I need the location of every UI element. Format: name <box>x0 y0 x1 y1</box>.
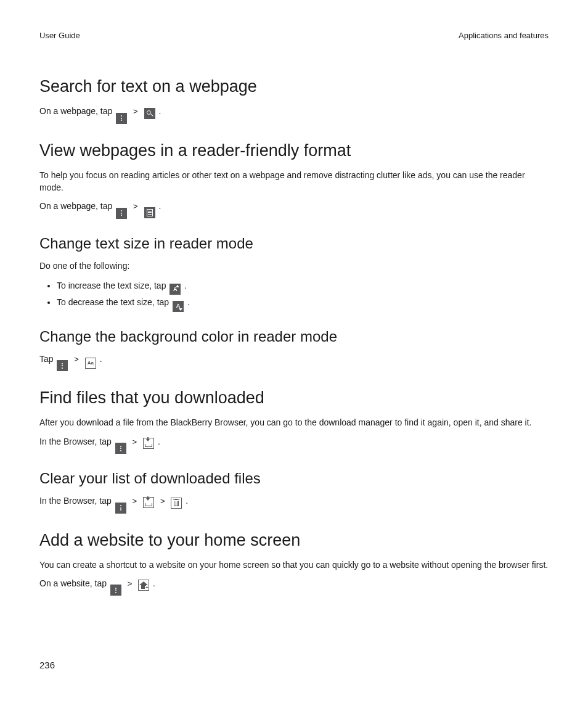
text: On a website, tap <box>39 578 107 588</box>
text: To increase the text size, tap <box>57 281 166 290</box>
page-header: User Guide Applications and features <box>39 31 549 40</box>
text: . <box>158 437 160 446</box>
instruction-add-home: On a website, tap > + . <box>39 577 549 596</box>
more-menu-icon <box>115 443 126 454</box>
text-size-decrease-icon: A <box>173 301 184 312</box>
text: In the Browser, tap <box>39 496 112 506</box>
more-menu-icon <box>116 208 127 219</box>
more-menu-icon <box>110 585 121 596</box>
search-icon <box>144 108 155 119</box>
more-menu-icon <box>116 113 127 124</box>
header-right: Applications and features <box>459 31 549 40</box>
heading-find-files: Find files that you downloaded <box>39 388 549 408</box>
heading-text-size: Change text size in reader mode <box>39 235 549 252</box>
heading-add-home: Add a website to your home screen <box>39 531 549 550</box>
instruction-find-files: In the Browser, tap > . <box>39 435 549 454</box>
reader-mode-icon <box>144 207 155 218</box>
text: In the Browser, tap <box>39 437 112 446</box>
text-size-increase-icon: A <box>169 284 181 295</box>
body-text-size: Do one of the following: <box>39 260 549 272</box>
trash-icon <box>171 498 182 509</box>
breadcrumb-arrow: > <box>133 201 138 213</box>
list-item: To decrease the text size, tap A . <box>57 295 549 312</box>
text: . <box>153 578 155 588</box>
instruction-bg-color: Tap > Aa . <box>39 353 549 372</box>
text-style-icon: Aa <box>85 358 96 369</box>
text: . <box>187 297 190 307</box>
breadcrumb-arrow: > <box>128 578 133 590</box>
heading-search-webpage: Search for text on a webpage <box>39 77 549 96</box>
breadcrumb-arrow: > <box>133 106 138 118</box>
list-item: To increase the text size, tap A . <box>57 278 549 295</box>
breadcrumb-arrow: > <box>133 437 137 448</box>
text: On a webpage, tap <box>39 201 112 211</box>
heading-reader-format: View webpages in a reader-friendly forma… <box>39 141 549 160</box>
breadcrumb-arrow: > <box>160 496 165 507</box>
text: Tap <box>39 354 54 364</box>
breadcrumb-arrow: > <box>74 354 79 366</box>
page-number: 236 <box>39 660 55 670</box>
text: . <box>100 354 102 364</box>
bullet-list-text-size: To increase the text size, tap A . To de… <box>39 278 549 312</box>
body-add-home: You can create a shortcut to a website o… <box>39 559 549 571</box>
text: . <box>158 201 161 211</box>
instruction-search: On a webpage, tap > . <box>39 105 549 124</box>
downloads-icon <box>143 497 154 508</box>
instruction-reader-format: On a webpage, tap > . <box>39 200 549 219</box>
body-find-files: After you download a file from the Black… <box>39 416 549 429</box>
downloads-icon <box>143 438 154 449</box>
instruction-clear-downloads: In the Browser, tap > > . <box>39 495 549 514</box>
more-menu-icon <box>57 360 68 371</box>
more-menu-icon <box>115 503 126 514</box>
text: To decrease the text size, tap <box>57 297 169 307</box>
breadcrumb-arrow: > <box>133 496 137 507</box>
heading-bg-color: Change the background color in reader mo… <box>39 328 549 345</box>
text: . <box>158 106 161 116</box>
text: . <box>186 496 188 506</box>
text: On a webpage, tap <box>39 106 112 116</box>
text: . <box>184 281 187 290</box>
add-to-home-icon: + <box>138 580 149 591</box>
header-left: User Guide <box>39 31 80 40</box>
heading-clear-downloads: Clear your list of downloaded files <box>39 470 549 487</box>
body-reader-format: To help you focus on reading articles or… <box>39 169 549 194</box>
